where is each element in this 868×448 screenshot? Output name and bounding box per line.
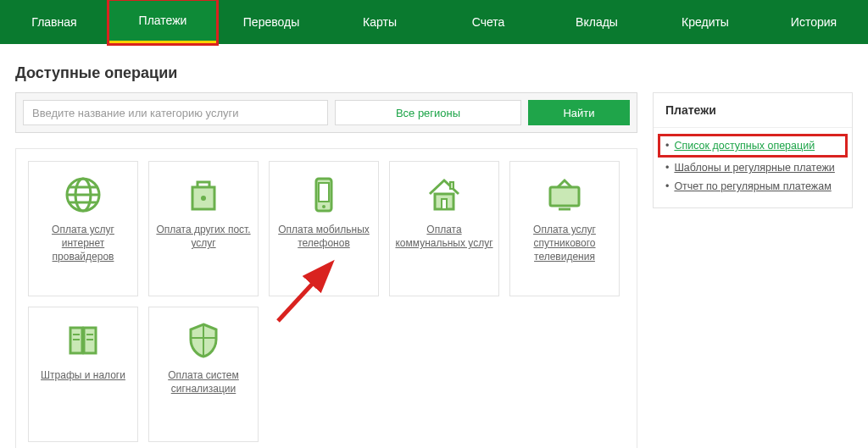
- tile-label: Штрафы и налоги: [41, 368, 125, 382]
- search-input[interactable]: [23, 100, 328, 125]
- bag-icon: [182, 174, 225, 216]
- nav-item-cards[interactable]: Карты: [326, 0, 434, 44]
- sidebar-panel: Платежи • Список доступных операций • Ша…: [653, 92, 853, 208]
- sidebar-item-report[interactable]: • Отчет по регулярным платежам: [665, 177, 840, 196]
- tiles-container: Оплата услуг интернет провайдеров Оплата…: [15, 148, 637, 448]
- sidebar-item-label: Список доступных операций: [674, 140, 815, 152]
- tile-label: Оплата мобильных телефонов: [275, 223, 373, 250]
- phone-icon: [303, 174, 345, 216]
- nav-label: Вклады: [576, 15, 618, 29]
- bullet-icon: •: [665, 180, 669, 192]
- nav-item-deposits[interactable]: Вклады: [542, 0, 651, 44]
- bullet-icon: •: [665, 162, 669, 174]
- tile-label: Оплата коммунальных услуг: [395, 223, 493, 250]
- svg-rect-13: [550, 187, 579, 206]
- nav-label: Карты: [363, 15, 397, 29]
- bullet-icon: •: [665, 140, 669, 152]
- svg-rect-11: [442, 199, 447, 209]
- search-bar: Все регионы Найти: [15, 92, 637, 133]
- svg-rect-8: [319, 183, 329, 202]
- nav-item-payments[interactable]: Платежи: [108, 0, 217, 44]
- page-title: Доступные операции: [15, 64, 868, 82]
- tile-label: Оплата услуг интернет провайдеров: [34, 223, 132, 264]
- nav-label: Платежи: [139, 14, 187, 27]
- sidebar-title: Платежи: [654, 93, 852, 128]
- tile-mobile[interactable]: Оплата мобильных телефонов: [269, 161, 379, 296]
- nav-item-transfers[interactable]: Переводы: [217, 0, 326, 44]
- tile-label: Оплата систем сигнализации: [154, 368, 253, 395]
- nav-label: История: [791, 15, 837, 29]
- shield-icon: [182, 319, 225, 362]
- svg-rect-12: [450, 182, 453, 189]
- house-icon: [423, 174, 465, 216]
- nav-label: Счета: [472, 15, 505, 29]
- tv-icon: [543, 174, 586, 216]
- tile-fines[interactable]: Штрафы и налоги: [28, 307, 138, 442]
- nav-label: Главная: [31, 15, 76, 29]
- svg-point-9: [322, 205, 326, 208]
- tile-tv[interactable]: Оплата услуг спутникового телевидения: [509, 161, 620, 296]
- svg-point-6: [201, 196, 206, 201]
- tile-other[interactable]: Оплата других пост. услуг: [148, 161, 259, 296]
- tile-label: Оплата услуг спутникового телевидения: [515, 223, 614, 264]
- nav-item-main[interactable]: Главная: [0, 0, 108, 44]
- tile-internet[interactable]: Оплата услуг интернет провайдеров: [28, 161, 138, 296]
- sidebar-item-available-ops[interactable]: • Список доступных операций: [660, 136, 845, 155]
- region-select[interactable]: Все регионы: [335, 100, 521, 125]
- sidebar-item-templates[interactable]: • Шаблоны и регулярные платежи: [665, 158, 840, 177]
- top-nav: Главная Платежи Переводы Карты Счета Вкл…: [0, 0, 868, 44]
- nav-item-credits[interactable]: Кредиты: [651, 0, 760, 44]
- sidebar-item-label: Шаблоны и регулярные платежи: [674, 162, 834, 174]
- nav-item-history[interactable]: История: [760, 0, 868, 44]
- nav-label: Переводы: [243, 15, 299, 29]
- sidebar-item-label: Отчет по регулярным платежам: [674, 180, 831, 192]
- nav-label: Кредиты: [682, 15, 729, 29]
- find-button[interactable]: Найти: [528, 100, 630, 125]
- nav-item-accounts[interactable]: Счета: [434, 0, 542, 44]
- globe-icon: [62, 174, 104, 216]
- tile-label: Оплата других пост. услуг: [154, 223, 253, 250]
- receipt-icon: [62, 319, 104, 362]
- tile-utilities[interactable]: Оплата коммунальных услуг: [389, 161, 499, 296]
- tile-alarm[interactable]: Оплата систем сигнализации: [148, 307, 259, 442]
